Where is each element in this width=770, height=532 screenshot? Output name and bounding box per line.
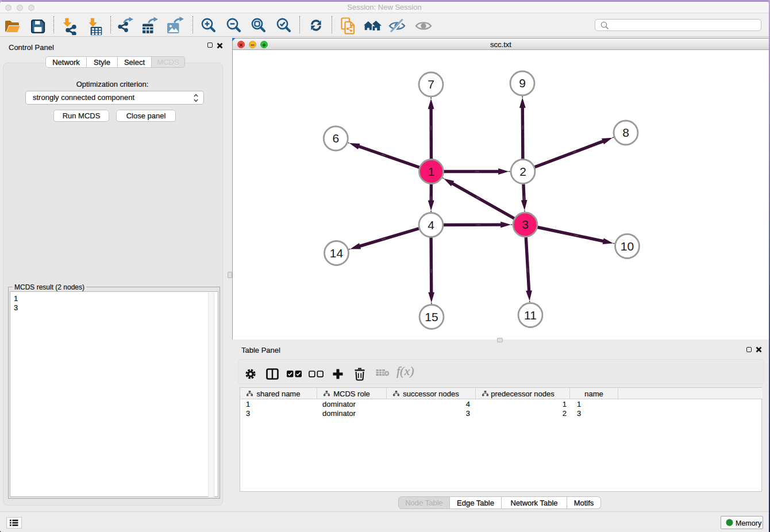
svg-text:1: 1 [428, 164, 435, 178]
svg-text:14: 14 [330, 246, 344, 259]
svg-text:3: 3 [522, 218, 529, 231]
svg-text:10: 10 [621, 239, 634, 252]
svg-text:11: 11 [524, 308, 537, 321]
svg-text:9: 9 [519, 76, 526, 90]
svg-text:7: 7 [428, 78, 434, 91]
svg-text:4: 4 [428, 218, 434, 231]
svg-text:6: 6 [332, 132, 339, 145]
svg-text:15: 15 [425, 310, 438, 323]
svg-text:2: 2 [519, 164, 526, 178]
svg-text:8: 8 [622, 126, 629, 139]
